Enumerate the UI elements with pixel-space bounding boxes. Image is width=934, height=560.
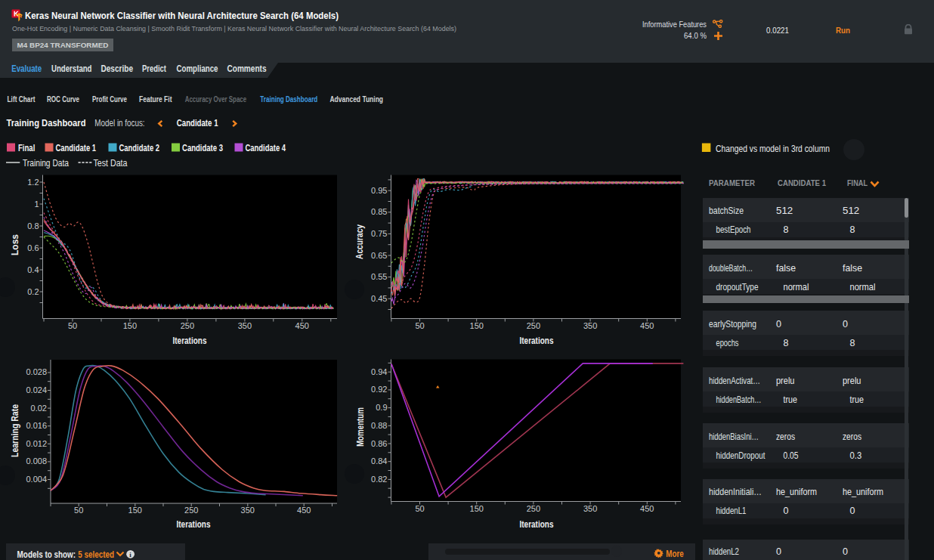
svg-text:hiddenBiasIni…: hiddenBiasIni… [709,431,759,442]
svg-text:Final: Final [18,143,35,153]
svg-text:Comments: Comments [227,63,267,74]
svg-text:zeros: zeros [843,431,861,442]
svg-text:epochs: epochs [716,337,739,348]
svg-text:earlyStopping: earlyStopping [709,318,756,330]
svg-text:doubleBatch…: doubleBatch… [709,262,753,274]
svg-text:8: 8 [850,224,855,235]
svg-text:8: 8 [784,224,789,235]
svg-text:Test Data: Test Data [94,158,128,169]
svg-text:Run: Run [836,26,850,35]
svg-text:PARAMETER: PARAMETER [709,178,755,187]
svg-text:Models to show:: Models to show: [17,549,76,560]
svg-text:0: 0 [843,318,848,330]
svg-text:0.05: 0.05 [784,450,799,461]
svg-text:Accuracy Over Space: Accuracy Over Space [185,94,247,104]
svg-text:zeros: zeros [776,431,795,442]
svg-text:Profit Curve: Profit Curve [92,94,127,104]
svg-text:ROC Curve: ROC Curve [47,94,79,104]
svg-text:Feature Fit: Feature Fit [139,94,172,104]
svg-text:Compliance: Compliance [177,63,218,74]
svg-text:8: 8 [850,337,855,348]
svg-text:Advanced Tuning: Advanced Tuning [330,94,384,104]
svg-text:CANDIDATE 1: CANDIDATE 1 [778,178,826,187]
svg-text:0: 0 [843,546,848,557]
svg-text:prelu: prelu [776,375,795,386]
svg-text:Training Data: Training Data [23,158,69,169]
svg-text:batchSize: batchSize [709,205,744,216]
svg-text:One-Hot Encoding | Numeric Dat: One-Hot Encoding | Numeric Data Cleansin… [12,24,456,32]
svg-text:More: More [666,549,683,559]
svg-text:Candidate 3: Candidate 3 [182,143,223,153]
svg-text:true: true [784,394,798,405]
svg-text:hiddenL1: hiddenL1 [716,505,747,516]
svg-text:normal: normal [784,281,809,292]
svg-text:Predict: Predict [142,63,166,74]
svg-text:he_uniform: he_uniform [776,486,817,497]
svg-text:dropoutType: dropoutType [716,281,759,292]
svg-text:FINAL: FINAL [847,178,868,187]
svg-text:Describe: Describe [101,63,134,74]
svg-text:Candidate 1: Candidate 1 [177,118,218,128]
svg-text:true: true [850,394,864,405]
svg-text:prelu: prelu [843,375,861,386]
svg-text:0.0221: 0.0221 [766,26,789,35]
svg-text:Candidate 1: Candidate 1 [56,143,97,153]
svg-text:Evaluate: Evaluate [11,63,42,74]
svg-text:hiddenBatch…: hiddenBatch… [716,394,762,405]
svg-text:false: false [843,262,862,274]
svg-text:Keras Neural Network Classifie: Keras Neural Network Classifier with Neu… [25,11,339,21]
svg-text:bestEpoch: bestEpoch [716,224,751,235]
svg-text:M4 BP24 TRANSFORMED: M4 BP24 TRANSFORMED [17,42,110,49]
svg-text:false: false [776,262,796,274]
svg-text:hiddenDropout: hiddenDropout [716,450,765,461]
svg-text:hiddenL2: hiddenL2 [709,546,739,557]
svg-text:Understand: Understand [51,63,92,74]
svg-text:0: 0 [776,546,781,557]
svg-text:0: 0 [850,505,855,516]
svg-text:Training Dashboard: Training Dashboard [7,117,86,128]
svg-text:Candidate 2: Candidate 2 [119,143,160,153]
svg-text:64.0 %: 64.0 % [684,31,707,40]
svg-text:0.3: 0.3 [850,450,862,461]
svg-text:he_uniform: he_uniform [843,486,883,497]
svg-text:Lift Chart: Lift Chart [8,94,36,104]
svg-text:normal: normal [850,281,876,292]
svg-text:Training Dashboard: Training Dashboard [260,94,317,104]
svg-text:Changed vs model in 3rd column: Changed vs model in 3rd column [716,144,830,154]
svg-text:hiddenInitiali…: hiddenInitiali… [709,486,762,497]
svg-text:0: 0 [784,505,789,516]
svg-text:hiddenActivat…: hiddenActivat… [709,375,760,386]
svg-text:Informative Features: Informative Features [642,20,707,29]
svg-text:512: 512 [776,205,793,216]
svg-text:Model in focus:: Model in focus: [94,118,144,128]
svg-text:0: 0 [776,318,781,330]
svg-text:Candidate 4: Candidate 4 [246,143,286,153]
svg-text:5 selected: 5 selected [78,549,114,560]
svg-text:8: 8 [784,337,789,348]
svg-text:512: 512 [843,205,859,216]
